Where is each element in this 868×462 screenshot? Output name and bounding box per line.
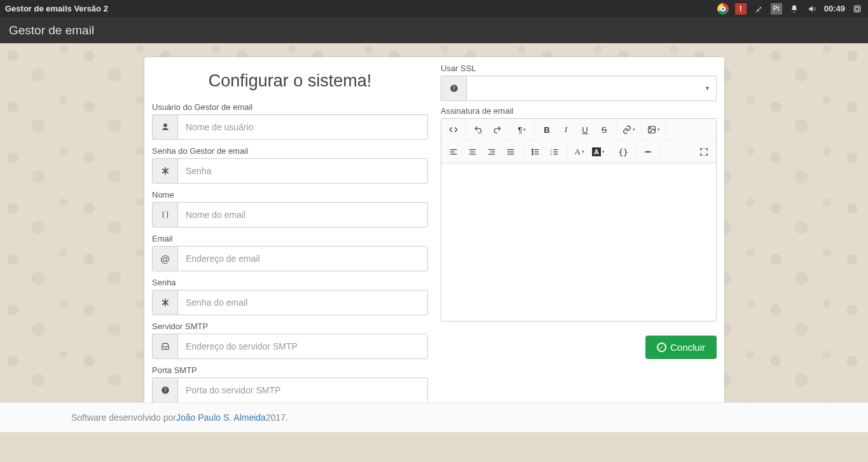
code-icon[interactable]: {} — [614, 142, 633, 161]
ssl-select[interactable] — [466, 76, 717, 101]
book-icon — [152, 202, 177, 228]
signature-editarea[interactable] — [441, 163, 716, 321]
input-asterisk-1[interactable] — [177, 158, 428, 184]
svg-rect-7 — [453, 86, 454, 89]
window-title: Gestor de emails Versão 2 — [5, 4, 108, 13]
input-at-3[interactable] — [177, 246, 428, 271]
signature-editor: ¶▾ B I U S ▾ ▾ — [441, 118, 717, 322]
svg-rect-1 — [856, 7, 859, 10]
align-right-icon[interactable] — [482, 142, 501, 161]
input-inbox-5[interactable] — [177, 334, 428, 359]
field-label: Nome — [152, 190, 428, 200]
submit-button[interactable]: ✓ Concluir — [645, 336, 717, 359]
svg-rect-8 — [453, 90, 454, 90]
editor-toolbar: ¶▾ B I U S ▾ ▾ — [441, 119, 716, 163]
app-title: Gestor de email — [9, 24, 94, 37]
strike-icon[interactable]: S — [595, 120, 614, 139]
bold-icon[interactable]: B — [537, 120, 556, 139]
form-heading: Configurar o sistema! — [152, 71, 428, 91]
chrome-icon[interactable] — [717, 3, 729, 15]
ul-icon[interactable] — [526, 142, 545, 161]
image-icon[interactable]: ▾ — [644, 120, 663, 139]
svg-rect-2 — [163, 212, 167, 219]
alert-icon[interactable]: ! — [735, 3, 747, 15]
svg-rect-5 — [165, 391, 165, 392]
field-label: Senha — [152, 278, 428, 287]
field-label: Servidor SMTP — [152, 322, 428, 331]
svg-rect-0 — [854, 6, 860, 11]
undo-icon[interactable] — [469, 120, 488, 139]
field-label: Porta SMTP — [152, 365, 428, 375]
footer: Software desenvolvido por João Paulo S. … — [0, 402, 868, 432]
bell-icon[interactable] — [789, 3, 800, 15]
svg-point-23 — [532, 149, 533, 151]
check-circle-icon: ✓ — [657, 343, 666, 352]
input-exclaim-6[interactable] — [177, 377, 428, 403]
font-color-icon[interactable]: A▾ — [570, 142, 589, 161]
asterisk-icon — [152, 290, 177, 315]
volume-icon[interactable] — [806, 3, 818, 15]
align-center-icon[interactable] — [463, 142, 482, 161]
align-justify-icon[interactable] — [501, 142, 520, 161]
redo-icon[interactable] — [488, 120, 507, 139]
align-left-icon[interactable] — [444, 142, 463, 161]
field-label: Email — [152, 234, 428, 243]
session-icon[interactable] — [851, 3, 863, 15]
bg-color-icon[interactable]: A▾ — [589, 142, 608, 161]
field-label: Senha do Gestor de email — [152, 146, 428, 156]
ol-icon[interactable]: 123 — [545, 142, 564, 161]
footer-author-link[interactable]: João Paulo S. Almeida — [176, 412, 266, 423]
keyboard-indicator-icon[interactable]: Pt — [771, 3, 782, 15]
ssl-label: Usar SSL — [441, 64, 717, 73]
svg-text:3: 3 — [551, 153, 552, 156]
config-card: Configurar o sistema! Usuário do Gestor … — [144, 57, 724, 418]
paragraph-icon[interactable]: ¶▾ — [513, 120, 532, 139]
at-icon: @ — [152, 246, 177, 271]
italic-icon[interactable]: I — [556, 120, 575, 139]
fullscreen-icon[interactable] — [694, 142, 713, 161]
input-user-0[interactable] — [177, 114, 428, 140]
submit-button-label: Concluir — [670, 342, 705, 353]
codeview-icon[interactable] — [444, 120, 463, 139]
clock[interactable]: 00:49 — [824, 4, 845, 13]
exclaim-icon — [152, 377, 177, 403]
exclaim-icon — [441, 76, 466, 101]
inbox-icon — [152, 334, 177, 359]
svg-rect-4 — [165, 388, 165, 391]
hr-icon[interactable] — [638, 142, 658, 161]
svg-point-10 — [650, 128, 651, 129]
asterisk-icon — [152, 158, 177, 184]
user-icon — [152, 114, 177, 140]
field-label: Usuário do Gestor de email — [152, 102, 428, 112]
input-asterisk-4[interactable] — [177, 290, 428, 315]
link-icon[interactable]: ▾ — [619, 120, 638, 139]
underline-icon[interactable]: U — [575, 120, 595, 139]
footer-suffix: 2017. — [266, 412, 288, 423]
footer-prefix: Software desenvolvido por — [71, 412, 176, 423]
svg-point-24 — [532, 151, 533, 153]
pin-icon[interactable] — [753, 3, 764, 15]
signature-label: Assinatura de email — [441, 106, 717, 116]
svg-point-25 — [532, 154, 533, 155]
input-book-2[interactable] — [177, 202, 428, 228]
